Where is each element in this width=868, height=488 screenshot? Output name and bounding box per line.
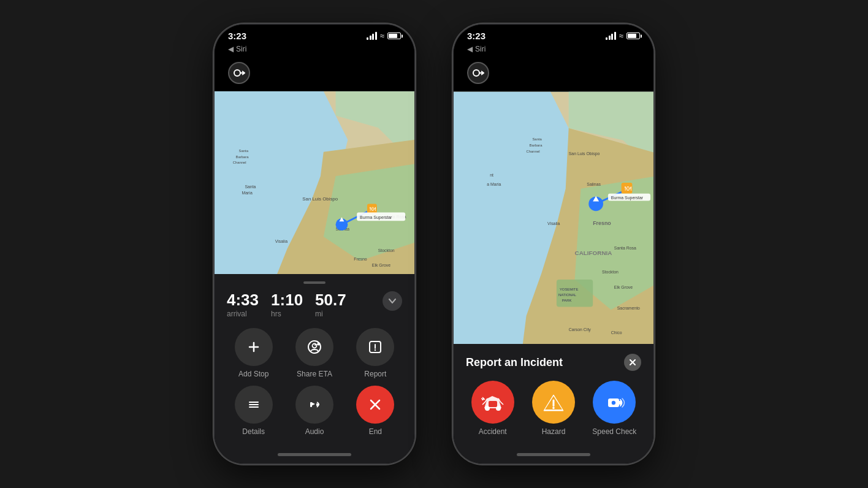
add-stop-circle — [235, 328, 273, 366]
svg-point-25 — [312, 344, 316, 348]
bar3 — [611, 34, 613, 40]
siri-chevron-2: ◀ — [467, 45, 473, 53]
siri-bar-1: ◀ Siri — [215, 44, 414, 57]
audio-button[interactable]: Audio — [287, 386, 341, 436]
details-label: Details — [242, 427, 265, 436]
action-buttons-grid: Add Stop Share — [227, 328, 402, 436]
home-bar-2 — [517, 453, 590, 456]
bar4 — [614, 32, 616, 40]
svg-rect-73 — [489, 401, 497, 407]
svg-text:YOSEMITE: YOSEMITE — [560, 288, 579, 291]
details-button[interactable]: Details — [227, 386, 280, 436]
miles-label: mi — [315, 310, 346, 318]
home-bar-1 — [278, 453, 351, 456]
svg-text:Salinas: Salinas — [587, 182, 601, 186]
svg-text:Visalia: Visalia — [547, 221, 560, 226]
bar2 — [370, 36, 371, 40]
svg-text:PARK: PARK — [562, 299, 572, 302]
svg-text:Stockton: Stockton — [602, 270, 619, 274]
bar3 — [372, 34, 374, 40]
nav-header-1 — [215, 57, 414, 90]
end-button[interactable]: End — [349, 386, 402, 436]
svg-text:Burma Superstar: Burma Superstar — [611, 196, 644, 200]
svg-text:nt: nt — [490, 173, 493, 177]
report-title: Report an Incident — [466, 356, 563, 369]
svg-text:Fresno: Fresno — [354, 257, 367, 261]
bar1 — [606, 37, 607, 40]
close-report-button[interactable] — [624, 354, 641, 371]
miles-value: 50.7 — [315, 291, 346, 309]
svg-text:Barbara: Barbara — [529, 143, 542, 147]
svg-rect-35 — [310, 402, 312, 407]
hazard-button[interactable]: Hazard — [527, 381, 580, 436]
speed-check-label: Speed Check — [592, 427, 636, 436]
add-stop-button[interactable]: Add Stop — [227, 328, 280, 378]
svg-text:Elk Grove: Elk Grove — [614, 285, 633, 289]
speed-check-circle — [593, 381, 636, 424]
speed-check-button[interactable]: Speed Check — [588, 381, 641, 436]
incident-buttons-grid: Accident Hazard — [466, 381, 641, 436]
battery-2 — [626, 32, 640, 39]
svg-text:NATIONAL: NATIONAL — [558, 293, 577, 297]
accident-button[interactable]: Accident — [466, 381, 519, 436]
report-label: Report — [364, 370, 386, 378]
siri-chevron-1: ◀ — [228, 45, 234, 53]
expand-button[interactable] — [383, 291, 402, 311]
details-circle — [235, 386, 273, 424]
home-indicator-1 — [215, 448, 414, 463]
svg-point-80 — [552, 407, 555, 410]
svg-text:🍽: 🍽 — [625, 185, 631, 192]
svg-point-39 — [473, 70, 479, 76]
report-circle — [356, 328, 394, 366]
nav-icon-1[interactable] — [228, 62, 250, 84]
arrival-stat: 4:33 arrival — [227, 291, 259, 318]
hazard-circle — [532, 381, 575, 424]
svg-text:Sacramento: Sacramento — [617, 306, 640, 310]
drag-handle-1 — [303, 281, 326, 284]
signal-1 — [367, 32, 377, 40]
map-2: YOSEMITE NATIONAL PARK Santa Barbara Cha… — [454, 90, 653, 344]
svg-text:Fresno: Fresno — [593, 220, 611, 226]
report-header: Report an Incident — [466, 354, 641, 371]
svg-text:a Maria: a Maria — [487, 182, 501, 186]
hours-label: hrs — [271, 310, 303, 318]
svg-text:Stockton: Stockton — [378, 248, 395, 253]
audio-label: Audio — [305, 427, 324, 436]
main-scene: 3:23 ≈ ◀ Siri — [213, 23, 655, 465]
nav-info: 4:33 arrival 1:10 hrs 50.7 mi — [227, 291, 402, 318]
home-indicator-2 — [454, 448, 653, 463]
svg-text:🍽: 🍽 — [370, 205, 376, 212]
status-icons-2: ≈ — [606, 31, 640, 40]
svg-text:Chico: Chico — [611, 330, 622, 335]
svg-text:Santa Rosa: Santa Rosa — [614, 246, 636, 250]
end-label: End — [369, 427, 382, 436]
svg-text:Maria: Maria — [242, 191, 252, 195]
svg-rect-82 — [617, 401, 622, 405]
svg-text:Santa: Santa — [239, 149, 249, 153]
accident-label: Accident — [479, 427, 507, 436]
arrival-label: arrival — [227, 310, 259, 318]
svg-text:Carson City: Carson City — [569, 327, 592, 332]
report-button[interactable]: Report — [349, 328, 402, 378]
svg-text:CALIFORNIA: CALIFORNIA — [575, 250, 612, 256]
svg-point-26 — [317, 343, 320, 346]
report-incident-panel: Report an Incident — [454, 344, 653, 448]
bar4 — [375, 32, 377, 40]
siri-text-1: Siri — [236, 45, 246, 53]
nav-icon-2[interactable] — [467, 62, 489, 84]
share-eta-button[interactable]: Share ETA — [287, 328, 341, 378]
siri-text-2: Siri — [475, 45, 485, 53]
wifi-2: ≈ — [619, 31, 623, 40]
svg-point-30 — [375, 349, 376, 351]
wifi-1: ≈ — [380, 31, 384, 40]
end-circle — [356, 386, 394, 424]
hours-stat: 1:10 hrs — [271, 291, 303, 318]
hazard-label: Hazard — [542, 427, 566, 436]
svg-line-27 — [314, 345, 318, 345]
battery-1 — [387, 32, 401, 39]
phone-1: 3:23 ≈ ◀ Siri — [213, 23, 416, 465]
svg-text:San Luis Obispo: San Luis Obispo — [569, 151, 600, 156]
arrival-time: 4:33 — [227, 291, 259, 309]
signal-2 — [606, 32, 616, 40]
svg-text:Barbara: Barbara — [236, 155, 249, 159]
